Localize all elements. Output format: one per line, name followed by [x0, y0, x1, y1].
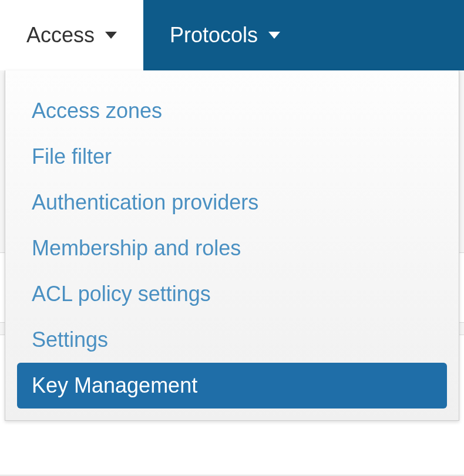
nav-tab-access[interactable]: Access	[0, 0, 143, 70]
nav-tab-label: Access	[26, 23, 95, 48]
menu-item-label: ACL policy settings	[32, 282, 211, 306]
menu-item-access-zones[interactable]: Access zones	[17, 88, 447, 134]
menu-item-label: Membership and roles	[32, 236, 241, 260]
menu-item-key-management[interactable]: Key Management	[17, 363, 447, 409]
menu-item-settings[interactable]: Settings	[17, 317, 447, 363]
menu-item-label: Key Management	[32, 373, 197, 397]
menu-item-membership-and-roles[interactable]: Membership and roles	[17, 225, 447, 271]
menu-item-label: Authentication providers	[32, 190, 258, 214]
navbar: Access Protocols	[0, 0, 464, 70]
menu-item-label: File filter	[32, 144, 112, 168]
menu-item-label: Access zones	[32, 99, 162, 123]
access-dropdown-menu: Access zones File filter Authentication …	[5, 70, 459, 421]
caret-down-icon	[105, 32, 117, 39]
nav-tab-label: Protocols	[170, 23, 258, 48]
menu-item-file-filter[interactable]: File filter	[17, 134, 447, 180]
menu-item-authentication-providers[interactable]: Authentication providers	[17, 180, 447, 225]
nav-tab-protocols[interactable]: Protocols	[143, 0, 307, 70]
menu-item-acl-policy-settings[interactable]: ACL policy settings	[17, 271, 447, 317]
caret-down-icon	[268, 32, 280, 39]
menu-item-label: Settings	[32, 328, 108, 352]
